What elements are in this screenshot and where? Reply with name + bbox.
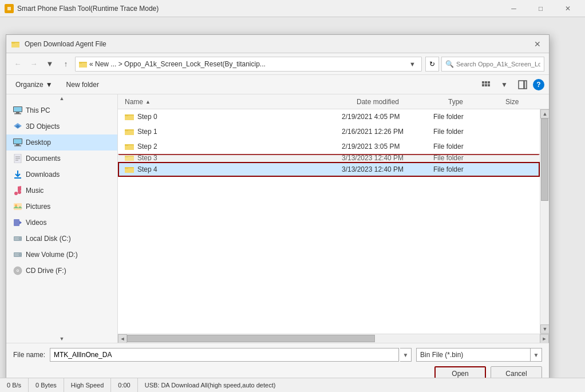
file-type-cell: File folder	[433, 142, 491, 151]
back-button[interactable]: ←	[11, 57, 25, 71]
svg-rect-53	[125, 130, 134, 135]
sidebar-item-pictures[interactable]: Pictures	[6, 199, 117, 215]
col-header-name[interactable]: Name ▲	[120, 94, 352, 109]
file-row[interactable]: Step 0 2/19/2021 4:05 PM File folder	[118, 109, 540, 124]
filetype-label: Bin File (*.bin)	[420, 351, 527, 359]
svg-rect-8	[482, 81, 484, 84]
search-input[interactable]	[456, 61, 540, 68]
refresh-button[interactable]: ↻	[425, 57, 439, 72]
sidebar-item-newvolume[interactable]: New Volume (D:)	[6, 247, 117, 263]
address-dropdown[interactable]: ▼	[407, 61, 418, 68]
desktop-label: Desktop	[26, 138, 51, 146]
sidebar-scroll-up[interactable]: ▲	[6, 94, 117, 102]
hscroll-track[interactable]	[127, 334, 540, 343]
col-type-label: Type	[448, 98, 463, 106]
svg-rect-62	[125, 168, 134, 173]
details-pane-button[interactable]	[515, 78, 531, 92]
col-date-label: Date modified	[357, 98, 399, 106]
file-list-with-scroll: Step 0 2/19/2021 4:05 PM File folder	[118, 109, 549, 334]
sidebar-item-thispc[interactable]: This PC	[6, 102, 117, 118]
file-row[interactable]: Step 2 2/19/2021 3:05 PM File folder	[118, 139, 540, 154]
hscroll-thumb[interactable]	[127, 335, 375, 342]
up-button[interactable]: ↑	[59, 57, 73, 71]
view-options-button[interactable]	[478, 78, 494, 92]
filename-label: File name:	[13, 351, 45, 359]
sidebar-scroll-down[interactable]: ▼	[6, 335, 117, 343]
app-window: Smart Phone Flash Tool(Runtime Trace Mod…	[0, 0, 585, 392]
dialog-icon	[11, 39, 20, 49]
svg-rect-3	[11, 43, 19, 47]
filetype-dropdown-button[interactable]: ▼	[531, 348, 542, 362]
filetype-select[interactable]: Bin File (*.bin)	[416, 348, 531, 362]
folder-icon	[125, 154, 134, 162]
sidebar-item-downloads[interactable]: Downloads	[6, 167, 117, 183]
view-dropdown-button[interactable]: ▼	[496, 78, 512, 92]
sidebar-item-documents[interactable]: Documents	[6, 151, 117, 167]
close-app-button[interactable]: ✕	[555, 0, 580, 17]
forward-button[interactable]: →	[27, 57, 41, 71]
col-name-label: Name	[125, 98, 143, 106]
pictures-label: Pictures	[26, 203, 50, 211]
svg-rect-54	[125, 129, 128, 131]
downloads-label: Downloads	[26, 171, 60, 179]
recent-locations-button[interactable]: ▼	[43, 57, 57, 71]
3dobjects-label: 3D Objects	[26, 122, 60, 130]
svg-rect-31	[14, 177, 21, 179]
search-box[interactable]: 🔍	[441, 57, 544, 72]
file-date-cell: 2/19/2021 4:05 PM	[342, 113, 433, 121]
minimize-button[interactable]: ─	[501, 0, 527, 17]
status-mode: USB: DA Download All(high speed,auto det…	[138, 378, 585, 392]
svg-point-33	[18, 191, 21, 194]
col-header-date[interactable]: Date modified	[352, 94, 444, 109]
vscroll-thumb[interactable]	[541, 118, 548, 201]
file-type-cell: File folder	[433, 165, 491, 173]
window-controls: ─ □ ✕	[501, 0, 580, 17]
svg-rect-18	[16, 112, 19, 113]
sidebar-item-localdisk[interactable]: Local Disk (C:)	[6, 231, 117, 247]
filename-input[interactable]	[50, 348, 399, 362]
svg-rect-4	[11, 42, 15, 43]
newvolume-icon	[13, 250, 22, 259]
address-path[interactable]: « New ... > Oppo_A1k_Screen_Lock_Reset(B…	[75, 57, 422, 72]
sidebar-item-3dobjects[interactable]: 3D Objects	[6, 118, 117, 134]
col-header-type[interactable]: Type	[444, 94, 501, 109]
toolbar: Organize ▼ New folder	[6, 75, 549, 94]
sidebar-item-videos[interactable]: Videos	[6, 215, 117, 231]
app-title: Smart Phone Flash Tool(Runtime Trace Mod…	[17, 5, 501, 13]
file-name-cell: Step 4	[121, 165, 342, 174]
new-folder-label: New folder	[66, 81, 99, 89]
new-folder-button[interactable]: New folder	[62, 78, 104, 92]
sidebar-item-desktop[interactable]: Desktop	[6, 134, 117, 151]
hscroll-left-button[interactable]: ◄	[118, 334, 127, 343]
horizontal-scrollbar[interactable]: ◄ ►	[118, 334, 549, 343]
desktop-icon	[13, 138, 22, 147]
vertical-scrollbar[interactable]: ▲ ▼	[540, 109, 549, 334]
maximize-button[interactable]: □	[528, 0, 554, 17]
hscroll-right-button[interactable]: ►	[540, 334, 549, 343]
sidebar-item-music[interactable]: Music	[6, 183, 117, 199]
col-header-size[interactable]: Size	[501, 94, 547, 109]
vscroll-up-button[interactable]: ▲	[540, 109, 549, 118]
selected-file-row[interactable]: Step 4 3/13/2023 12:40 PM File folder	[118, 162, 540, 177]
svg-point-41	[19, 238, 21, 239]
vscroll-down-button[interactable]: ▼	[540, 324, 549, 334]
dialog-close-button[interactable]: ✕	[531, 37, 544, 51]
search-icon: 🔍	[445, 60, 454, 68]
svg-point-48	[17, 270, 18, 271]
sidebar-item-cddrive[interactable]: CD Drive (F:)	[6, 263, 117, 279]
svg-rect-13	[488, 84, 490, 86]
status-bytes: 0 Bytes	[29, 378, 64, 392]
svg-rect-19	[14, 113, 21, 114]
file-row[interactable]: Step 1 2/16/2021 12:26 PM File folder	[118, 124, 540, 139]
svg-marker-37	[19, 221, 22, 224]
file-row[interactable]: Step 3 3/13/2023 12:40 PM File folder	[118, 154, 540, 162]
organize-button[interactable]: Organize ▼	[11, 78, 57, 92]
svg-rect-25	[14, 145, 21, 146]
help-button[interactable]: ?	[533, 79, 544, 90]
file-name-cell: Step 2	[121, 142, 342, 151]
file-date-cell: 3/13/2023 12:40 PM	[342, 154, 433, 162]
filename-dropdown-button[interactable]: ▼	[400, 348, 412, 362]
file-name-cell: Step 3	[121, 154, 342, 162]
vscroll-track[interactable]	[540, 118, 549, 324]
folder-icon	[125, 127, 134, 136]
